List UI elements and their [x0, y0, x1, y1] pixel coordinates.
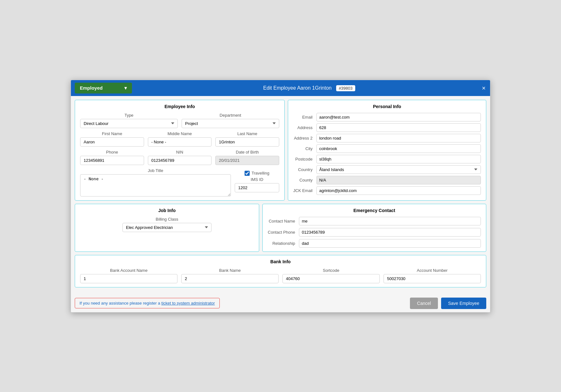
type-group: Type Direct LabourSub ContractorAgency: [80, 113, 178, 128]
dob-group: Date of Birth: [215, 150, 279, 165]
first-name-input[interactable]: [80, 137, 144, 147]
address-input[interactable]: [316, 123, 481, 132]
middle-name-group: Middle Name: [148, 131, 212, 147]
nin-group: NIN: [148, 150, 212, 165]
county-label: County: [293, 178, 313, 182]
county-input[interactable]: [316, 176, 481, 184]
department-group: Department ProjectAdminOperations: [182, 113, 279, 128]
contact-phone-label: Contact Phone: [268, 230, 295, 235]
department-select[interactable]: ProjectAdminOperations: [182, 119, 279, 128]
first-name-group: First Name: [80, 131, 144, 147]
middle-row: Job Info Billing Class Elec Approved Ele…: [75, 204, 486, 252]
modal-title: Edit Employee Aaron 1Grinton #39803: [132, 85, 486, 91]
billing-class-select[interactable]: Elec Approved ElectricianEngineerTechnic…: [122, 223, 211, 232]
bank-name-input[interactable]: [181, 274, 279, 283]
employee-badge: #39803: [336, 85, 355, 91]
account-number-group: Account Number: [384, 268, 481, 283]
ims-id-label: IMS ID: [235, 177, 279, 182]
travelling-checkbox[interactable]: [245, 171, 250, 176]
country-label: Country: [293, 167, 313, 172]
ims-id-input[interactable]: [235, 183, 279, 192]
bank-info-title: Bank Info: [80, 259, 481, 264]
nin-label: NIN: [148, 150, 212, 155]
personal-info-section: Personal Info Email Address Address 2 Ci…: [288, 100, 486, 201]
employee-info-section: Employee Info Type Direct LabourSub Cont…: [75, 100, 285, 201]
ims-group: IMS ID: [235, 177, 279, 192]
status-dropdown[interactable]: Employed ▾: [75, 83, 132, 93]
last-name-label: Last Name: [215, 131, 279, 136]
sortcode-group: Sortcode: [282, 268, 380, 283]
account-number-input[interactable]: [384, 274, 481, 283]
job-title-group: Job Title: [80, 168, 231, 196]
personal-info-title: Personal Info: [293, 104, 481, 109]
dob-label: Date of Birth: [215, 150, 279, 155]
job-info-title: Job Info: [80, 208, 254, 213]
type-label: Type: [80, 113, 178, 118]
travelling-row: Travelling: [245, 171, 269, 176]
personal-info-grid: Email Address Address 2 City Postcode Co…: [293, 113, 481, 195]
bank-account-name-label: Bank Account Name: [80, 268, 177, 273]
job-title-textarea[interactable]: [80, 174, 231, 196]
last-name-input[interactable]: [215, 137, 279, 147]
middle-name-input[interactable]: [148, 137, 212, 147]
modal-body: Employee Info Type Direct LabourSub Cont…: [71, 96, 490, 294]
close-button[interactable]: ×: [482, 84, 486, 92]
bank-account-name-input[interactable]: [80, 274, 177, 283]
jck-email-label: JCK Email: [293, 188, 313, 193]
assistance-box: If you need any assistance please regist…: [75, 298, 220, 308]
emergency-contact-section: Emergency Contact Contact Name Contact P…: [262, 204, 486, 252]
type-department-row: Type Direct LabourSub ContractorAgency D…: [80, 113, 279, 128]
phone-nin-dob-row: Phone NIN Date of Birth: [80, 150, 279, 165]
bank-name-label: Bank Name: [181, 268, 279, 273]
modal-container: Employed ▾ Edit Employee Aaron 1Grinton …: [71, 80, 490, 313]
email-label: Email: [293, 115, 313, 120]
modal-footer: If you need any assistance please regist…: [71, 294, 490, 312]
chevron-down-icon: ▾: [124, 85, 127, 91]
dob-input[interactable]: [215, 156, 279, 165]
bank-row: Bank Account Name Bank Name Sortcode Acc…: [80, 268, 481, 283]
footer-buttons: Cancel Save Employee: [410, 298, 486, 309]
address2-input[interactable]: [316, 134, 481, 142]
first-name-label: First Name: [80, 131, 144, 136]
relationship-input[interactable]: [299, 239, 481, 248]
phone-label: Phone: [80, 150, 144, 155]
name-row: First Name Middle Name Last Name: [80, 131, 279, 147]
type-select[interactable]: Direct LabourSub ContractorAgency: [80, 119, 178, 128]
modal-header: Employed ▾ Edit Employee Aaron 1Grinton …: [71, 80, 490, 96]
jck-email-input[interactable]: [316, 186, 481, 195]
bank-name-group: Bank Name: [181, 268, 279, 283]
emergency-grid: Contact Name Contact Phone Relationship: [268, 217, 481, 248]
save-employee-button[interactable]: Save Employee: [441, 298, 486, 309]
contact-name-label: Contact Name: [268, 219, 295, 224]
status-label: Employed: [80, 85, 103, 91]
sortcode-label: Sortcode: [282, 268, 380, 273]
cancel-button[interactable]: Cancel: [410, 298, 438, 309]
contact-name-input[interactable]: [299, 217, 481, 225]
postcode-label: Postcode: [293, 157, 313, 162]
city-label: City: [293, 146, 313, 151]
phone-input[interactable]: [80, 156, 144, 165]
top-row: Employee Info Type Direct LabourSub Cont…: [75, 100, 486, 201]
travelling-label: Travelling: [252, 171, 269, 175]
phone-group: Phone: [80, 150, 144, 165]
relationship-label: Relationship: [268, 241, 295, 246]
bank-info-section: Bank Info Bank Account Name Bank Name So…: [75, 255, 486, 287]
assistance-link[interactable]: ticket to system administrator: [161, 301, 215, 306]
department-label: Department: [182, 113, 279, 118]
last-name-group: Last Name: [215, 131, 279, 147]
job-info-section: Job Info Billing Class Elec Approved Ele…: [75, 204, 259, 252]
email-input[interactable]: [316, 113, 481, 121]
job-title-label: Job Title: [80, 168, 231, 173]
address-label: Address: [293, 125, 313, 130]
postcode-input[interactable]: [316, 155, 481, 163]
middle-name-label: Middle Name: [148, 131, 212, 136]
billing-class-group: Billing Class Elec Approved ElectricianE…: [122, 217, 211, 232]
sortcode-input[interactable]: [282, 274, 380, 283]
city-input[interactable]: [316, 144, 481, 153]
country-select[interactable]: Åland IslandsUnited KingdomUnited States: [316, 165, 481, 174]
assistance-text: If you need any assistance please regist…: [80, 301, 161, 306]
billing-class-label: Billing Class: [122, 217, 211, 222]
nin-input[interactable]: [148, 156, 212, 165]
contact-phone-input[interactable]: [299, 228, 481, 237]
bank-account-name-group: Bank Account Name: [80, 268, 177, 283]
